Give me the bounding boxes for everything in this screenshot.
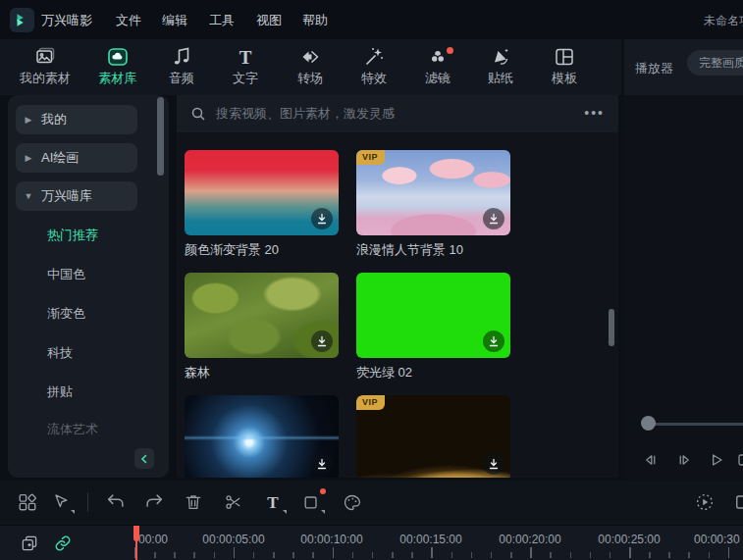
dropdown-caret (71, 510, 75, 514)
tab-effects[interactable]: 特效 (343, 45, 405, 92)
app-window: 万兴喵影 文件 编辑 工具 视图 帮助 未命名项 我的素材 (0, 0, 743, 560)
thumbnail-green-screen (356, 273, 510, 358)
download-icon[interactable] (311, 331, 333, 352)
content-scrollbar[interactable] (609, 309, 614, 346)
player-title: 播放器 (635, 60, 673, 77)
ruler-major-ticks (134, 547, 743, 558)
chevron-right-icon: ▶ (16, 115, 41, 125)
sidebar-group-ai-painting[interactable]: ▶ AI绘画 (16, 143, 137, 173)
filters-notification-dot (447, 47, 453, 54)
sidebar-item-gradient[interactable]: 渐变色 (47, 302, 85, 326)
download-icon[interactable] (311, 208, 333, 229)
redo-button[interactable] (137, 485, 171, 519)
stop-button[interactable] (732, 448, 743, 472)
tab-text[interactable]: T 文字 (214, 45, 277, 92)
tab-label: 转场 (297, 72, 323, 84)
timecode-label: 00:00:25:00 (598, 533, 660, 546)
library-item-starburst[interactable] (185, 395, 339, 478)
mask-crop-button[interactable] (294, 485, 328, 519)
sidebar-item-hot[interactable]: 热门推荐 (47, 224, 98, 247)
template-layout-icon (553, 45, 576, 69)
menu-edit[interactable]: 编辑 (162, 12, 187, 29)
download-icon[interactable] (483, 453, 504, 475)
transition-arrows-icon (298, 45, 322, 69)
select-tool-button[interactable] (44, 485, 78, 519)
sidebar-group-stock[interactable]: ▼ 万兴喵库 (16, 181, 137, 211)
toolbar-divider (87, 492, 88, 512)
library-item-gradient-bg[interactable]: 颜色渐变背景 20 (185, 150, 339, 259)
library-item-forest[interactable]: 森林 (185, 273, 339, 382)
color-palette-button[interactable] (335, 485, 368, 519)
library-item-gold-streaks[interactable]: VIP (356, 395, 510, 478)
seek-handle[interactable] (641, 416, 656, 431)
undo-button[interactable] (99, 485, 133, 519)
menu-file[interactable]: 文件 (116, 12, 141, 29)
music-note-icon (170, 45, 193, 69)
quality-selector[interactable]: 完整画质 (687, 50, 743, 76)
app-logo-icon[interactable] (10, 8, 34, 32)
tab-transitions[interactable]: 转场 (279, 45, 342, 92)
vip-badge: VIP (356, 150, 385, 165)
group-label: 万兴喵库 (41, 187, 92, 205)
render-preview-button[interactable] (688, 485, 721, 519)
sidebar-group-mine[interactable]: ▶ 我的 (16, 105, 137, 134)
tab-templates[interactable]: 模板 (533, 45, 596, 92)
sidebar-item-china-color[interactable]: 中国色 (47, 263, 85, 286)
tab-label: 滤镜 (425, 72, 451, 84)
previous-frame-button[interactable] (639, 448, 663, 472)
sidebar-item-fluid-art[interactable]: 流体艺术 (47, 418, 98, 441)
search-placeholder: 搜索视频、图片素材，激发灵感 (216, 105, 395, 123)
seek-bar[interactable] (642, 423, 743, 426)
sidebar-collapse-button[interactable] (134, 448, 154, 469)
chevron-right-icon: ▶ (16, 153, 41, 163)
stock-library-icon (106, 45, 130, 69)
text-icon: T (239, 45, 252, 69)
timecode-label: 00:00 (138, 533, 168, 546)
timeline-ruler[interactable]: 00:00 00:00:05:00 00:00:10:00 00:00:15:0… (0, 525, 743, 560)
timecode-label: 00:00:30 (694, 533, 740, 546)
delete-button[interactable] (177, 485, 210, 519)
group-label: AI绘画 (41, 149, 79, 167)
menu-help[interactable]: 帮助 (302, 12, 328, 29)
my-media-icon (33, 45, 57, 69)
split-scissors-button[interactable] (217, 485, 250, 519)
tab-filters[interactable]: 滤镜 (406, 45, 469, 92)
library-item-green-screen[interactable]: 荧光绿 02 (356, 273, 510, 382)
more-options-icon[interactable]: ••• (584, 105, 605, 121)
download-icon[interactable] (483, 331, 504, 352)
tab-stickers[interactable]: 贴纸 (469, 45, 532, 92)
add-text-button[interactable]: T (256, 485, 290, 519)
thumbnail-forest (185, 273, 339, 358)
item-label: 颜色渐变背景 20 (185, 241, 339, 259)
magic-wand-icon (362, 45, 386, 69)
tab-label: 音频 (169, 72, 194, 84)
search-input[interactable]: 搜索视频、图片素材，激发灵感 ••• (177, 95, 618, 132)
item-label: 森林 (185, 364, 339, 382)
add-to-track-button[interactable] (18, 532, 41, 555)
sidebar-scrollbar[interactable] (157, 97, 164, 176)
tab-stock-library[interactable]: 素材库 (86, 45, 149, 92)
project-name: 未命名项 (704, 13, 743, 29)
tab-audio[interactable]: 音频 (150, 45, 213, 92)
screen-record-button[interactable] (728, 485, 743, 519)
sidebar-item-tech[interactable]: 科技 (47, 341, 73, 365)
play-button[interactable] (705, 448, 728, 472)
item-label: 浪漫情人节背景 10 (356, 241, 510, 259)
app-title: 万兴喵影 (41, 12, 92, 29)
tab-my-media[interactable]: 我的素材 (14, 45, 77, 92)
dropdown-caret (321, 510, 325, 514)
vip-badge: VIP (356, 395, 385, 410)
media-layout-icon[interactable] (11, 485, 44, 519)
next-frame-button[interactable] (672, 448, 696, 472)
notification-dot (320, 488, 326, 494)
download-icon[interactable] (311, 453, 333, 475)
link-clips-icon[interactable] (51, 532, 75, 555)
download-icon[interactable] (483, 208, 504, 229)
playhead-handle[interactable] (133, 526, 139, 541)
timecode-label: 00:00:05:00 (202, 533, 264, 546)
library-item-valentine-bg[interactable]: VIP 浪漫情人节背景 10 (356, 150, 510, 259)
timecode-label: 00:00:10:00 (300, 533, 362, 546)
sidebar-item-collage[interactable]: 拼贴 (47, 381, 73, 404)
menu-view[interactable]: 视图 (256, 12, 282, 29)
menu-tools[interactable]: 工具 (209, 12, 235, 29)
